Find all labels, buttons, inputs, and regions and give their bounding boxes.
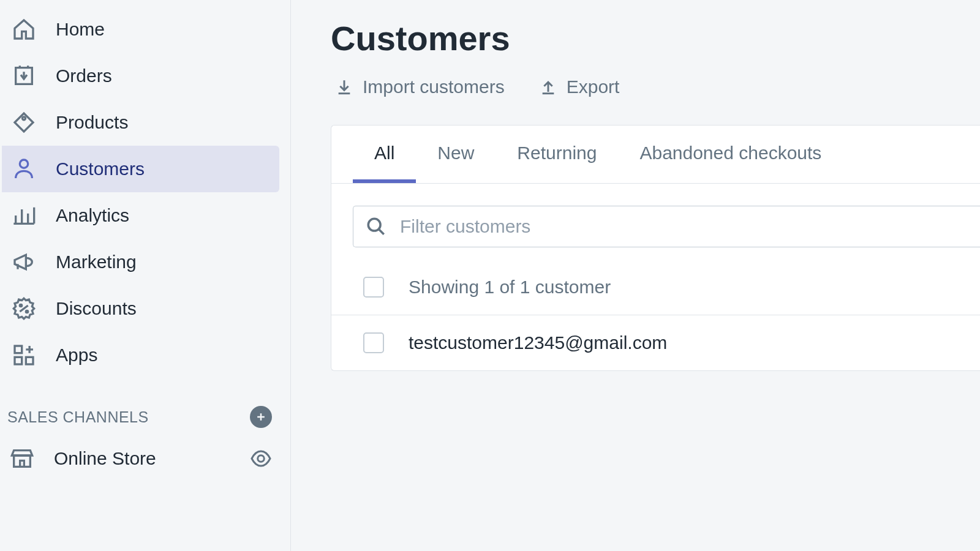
select-all-checkbox[interactable]	[363, 277, 384, 298]
customer-row[interactable]: testcustomer12345@gmail.com	[331, 315, 980, 370]
sidebar-item-marketing[interactable]: Marketing	[2, 239, 279, 285]
megaphone-icon	[12, 250, 36, 274]
channel-item-online-store[interactable]: Online Store	[0, 435, 290, 482]
filter-input-wrap[interactable]	[353, 206, 980, 247]
channel-label: Online Store	[54, 448, 250, 469]
apps-icon	[12, 343, 36, 367]
sidebar-item-analytics[interactable]: Analytics	[2, 192, 279, 239]
svg-point-2	[20, 304, 21, 306]
sidebar-item-label: Customers	[56, 159, 145, 179]
svg-point-0	[23, 117, 26, 120]
tabs: All New Returning Abandoned checkouts	[331, 126, 980, 184]
summary-text: Showing 1 of 1 customer	[409, 277, 611, 298]
search-icon	[366, 216, 386, 237]
view-store-icon[interactable]	[250, 448, 272, 470]
download-arrow-icon	[334, 77, 354, 97]
svg-point-7	[258, 455, 265, 462]
sidebar-item-apps[interactable]: Apps	[2, 332, 279, 378]
customers-card: All New Returning Abandoned checkouts Sh…	[331, 125, 980, 371]
sidebar-item-customers[interactable]: Customers	[2, 146, 279, 192]
filter-customers-input[interactable]	[400, 216, 968, 237]
sales-channels-label: SALES CHANNELS	[7, 408, 149, 426]
sidebar-item-label: Marketing	[56, 252, 137, 272]
tab-abandoned-checkouts[interactable]: Abandoned checkouts	[618, 126, 843, 183]
import-label: Import customers	[363, 77, 505, 97]
import-customers-button[interactable]: Import customers	[334, 77, 505, 97]
list-summary-row: Showing 1 of 1 customer	[331, 253, 980, 315]
upload-arrow-icon	[538, 77, 558, 97]
svg-rect-6	[26, 357, 33, 364]
svg-rect-5	[15, 357, 22, 364]
page-title: Customers	[331, 18, 980, 58]
sidebar-item-label: Apps	[56, 345, 97, 365]
tab-all[interactable]: All	[353, 126, 416, 183]
add-channel-button[interactable]	[250, 406, 272, 428]
sidebar-item-label: Home	[56, 19, 105, 40]
sidebar-item-home[interactable]: Home	[2, 6, 279, 53]
customer-name: testcustomer12345@gmail.com	[409, 332, 667, 353]
sidebar-item-label: Analytics	[56, 205, 129, 226]
export-label: Export	[567, 77, 620, 97]
sidebar-item-discounts[interactable]: Discounts	[2, 285, 279, 332]
page-actions: Import customers Export	[331, 77, 980, 97]
svg-rect-4	[15, 346, 22, 353]
svg-point-3	[26, 310, 28, 312]
tag-icon	[12, 110, 36, 135]
store-icon	[10, 446, 34, 471]
sales-channels-header: SALES CHANNELS	[0, 378, 290, 435]
tab-returning[interactable]: Returning	[496, 126, 618, 183]
tab-new[interactable]: New	[416, 126, 496, 183]
sidebar-item-label: Discounts	[56, 298, 137, 319]
person-icon	[12, 157, 36, 181]
sidebar-item-products[interactable]: Products	[2, 99, 279, 146]
svg-point-8	[368, 219, 380, 231]
filter-section	[331, 184, 980, 253]
nav-list: Home Orders Products Customers Analytics	[0, 6, 290, 378]
export-button[interactable]: Export	[538, 77, 620, 97]
sidebar-item-label: Products	[56, 112, 128, 133]
orders-icon	[12, 64, 36, 88]
home-icon	[12, 17, 36, 42]
sidebar-item-label: Orders	[56, 66, 112, 86]
svg-point-1	[20, 160, 28, 168]
analytics-icon	[12, 203, 36, 228]
discount-icon	[12, 296, 36, 321]
sidebar-item-orders[interactable]: Orders	[2, 53, 279, 99]
sidebar: Home Orders Products Customers Analytics	[0, 0, 291, 551]
main-content: Customers Import customers Export All Ne…	[291, 0, 980, 551]
row-checkbox[interactable]	[363, 332, 384, 353]
